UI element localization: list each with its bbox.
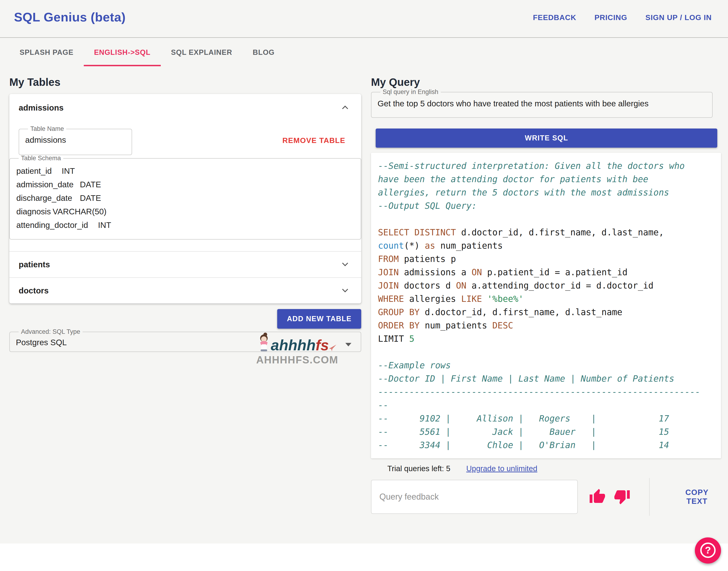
accordion-doctors-label: doctors — [19, 286, 48, 295]
sql-type-select[interactable]: Advanced: SQL Type Postgres SQL — [9, 329, 361, 352]
thumb-up-icon[interactable] — [589, 488, 606, 506]
accordion-patients[interactable]: patients — [9, 251, 361, 277]
add-new-table-button[interactable]: ADD NEW TABLE — [277, 309, 361, 329]
table-name-label: Table Name — [28, 126, 66, 132]
top-nav: FEEDBACK PRICING SIGN UP / LOG IN — [531, 13, 713, 22]
watermark-domain-text: AHHHHFS.COM — [256, 354, 338, 366]
add-table-row: ADD NEW TABLE — [9, 309, 361, 329]
upgrade-link[interactable]: Upgrade to unlimited — [465, 464, 539, 473]
app-title: SQL Genius (beta) — [14, 10, 126, 24]
write-sql-button[interactable]: WRITE SQL — [376, 128, 717, 148]
accordion-patients-label: patients — [19, 260, 50, 269]
accordion-doctors[interactable]: doctors — [9, 277, 361, 304]
english-query-label: Sql query in English — [380, 89, 441, 95]
feedback-row: COPY TEXT — [371, 478, 721, 516]
table-schema-fieldset: Table Schema patient_id INT admission_da… — [9, 155, 361, 240]
query-panel: My Query Sql query in English WRITE SQL … — [371, 76, 721, 516]
english-query-fieldset: Sql query in English — [371, 89, 713, 118]
svg-text:?: ? — [705, 545, 711, 556]
app-header: SQL Genius (beta) FEEDBACK PRICING SIGN … — [0, 0, 728, 38]
sql-type-value: Postgres SQL — [16, 335, 355, 347]
tab-sql-explainer[interactable]: SQL EXPLAINER — [161, 38, 242, 67]
chevron-up-icon[interactable] — [340, 102, 350, 114]
table-name-input[interactable] — [25, 132, 125, 145]
thumb-down-icon[interactable] — [614, 488, 630, 506]
help-icon: ? — [699, 541, 717, 560]
english-query-input[interactable] — [378, 95, 706, 108]
tables-panel: My Tables admissions Table Name REMOVE T… — [9, 76, 361, 352]
sql-genius-page: { "colors": { "accent_indigo": "#3d4eb5"… — [0, 0, 728, 571]
chevron-down-icon[interactable] — [340, 285, 350, 297]
table-name-fieldset: Table Name — [19, 126, 132, 155]
tab-splash-page[interactable]: SPLASH PAGE — [9, 38, 84, 67]
tables-panel-title: My Tables — [9, 76, 361, 89]
tab-blog[interactable]: BLOG — [242, 38, 285, 67]
table-schema-label: Table Schema — [19, 155, 63, 161]
query-feedback-input[interactable] — [371, 480, 578, 514]
help-button[interactable]: ? — [695, 538, 721, 564]
accordion-admissions[interactable]: admissions — [9, 94, 361, 122]
chevron-down-icon[interactable] — [340, 259, 350, 270]
copy-text-button[interactable]: COPY TEXT — [673, 488, 721, 506]
tables-card: admissions Table Name REMOVE TABLE Table… — [9, 94, 361, 304]
section-gap — [9, 240, 361, 251]
query-panel-title: My Query — [371, 76, 721, 89]
trial-queries-text: Trial queries left: 5 — [387, 464, 450, 473]
dropdown-arrow-icon[interactable] — [345, 343, 351, 346]
sql-type-label: Advanced: SQL Type — [19, 329, 83, 335]
tab-english-to-sql[interactable]: ENGLISH->SQL — [84, 38, 161, 67]
nav-feedback-link[interactable]: FEEDBACK — [531, 13, 578, 22]
sql-output-card: --Semi-structured interpretation: Given … — [371, 153, 721, 458]
sql-code[interactable]: --Semi-structured interpretation: Given … — [378, 159, 714, 452]
table-schema-textarea[interactable]: patient_id INT admission_date DATE disch… — [16, 164, 355, 234]
main-tabs: SPLASH PAGE ENGLISH->SQL SQL EXPLAINER B… — [0, 38, 285, 67]
accordion-admissions-label: admissions — [19, 103, 64, 112]
remove-table-button[interactable]: REMOVE TABLE — [281, 136, 347, 145]
footer-band — [0, 544, 728, 571]
table-name-row: Table Name REMOVE TABLE — [9, 122, 361, 155]
nav-pricing-link[interactable]: PRICING — [593, 13, 629, 22]
trial-row: Trial queries left: 5 Upgrade to unlimit… — [371, 464, 721, 473]
vertical-divider — [649, 478, 650, 516]
nav-signup-login-link[interactable]: SIGN UP / LOG IN — [644, 13, 713, 22]
